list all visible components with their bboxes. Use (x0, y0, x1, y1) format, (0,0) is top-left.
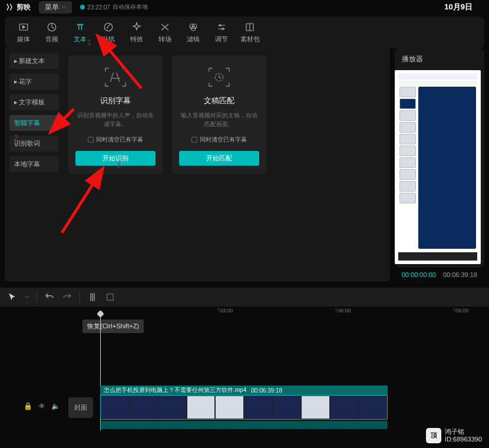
chevron-down-icon[interactable] (25, 295, 29, 299)
card-title: 识别字幕 (100, 95, 131, 106)
clip-header[interactable]: 怎么把手机投屏到电脑上？不需要任何第三方软件.mp4 00:06:39:18 (100, 386, 388, 395)
sidebar-item-lyrics[interactable]: 识别歌词 (9, 136, 59, 151)
sidebar-item-new-text[interactable]: ▸新建文本 (9, 53, 59, 69)
match-script-card: 文稿匹配 输入音视频对应的文稿，自动匹配画面。 同时清空已有字幕 开始匹配 (172, 55, 266, 174)
player-title: 播放器 (395, 48, 484, 70)
ruler-tick: 09:00 (454, 308, 469, 311)
transition-icon (160, 22, 170, 32)
video-clip[interactable] (100, 395, 388, 420)
checkbox-icon (88, 137, 94, 143)
ruler-tick: 03:00 (218, 308, 233, 311)
ruler-tick: 06:00 (336, 308, 351, 311)
separator (37, 292, 37, 302)
tab-audio[interactable]: 音频 (38, 22, 66, 44)
redo-tooltip: 恢复(Ctrl+Shift+Z) (82, 319, 144, 333)
mute-track-icon[interactable]: 🔈 (51, 402, 60, 410)
time-display: 00:00:00:00 00:06:39:18 (395, 268, 484, 282)
tab-effects[interactable]: 特效 (123, 22, 151, 44)
split-button[interactable] (87, 292, 98, 302)
timeline-ruler[interactable]: 03:00 06:00 09:00 (100, 307, 489, 318)
clear-existing-checkbox[interactable]: 同时清空已有字幕 (191, 136, 247, 144)
tab-sticker[interactable]: 贴纸 (94, 22, 123, 44)
player-panel: 播放器 (395, 48, 484, 268)
tab-filter[interactable]: 滤镜 (179, 22, 207, 44)
media-icon (18, 22, 29, 32)
tab-adjust[interactable]: 调节 (207, 22, 236, 44)
sidebar-item-smart-subtitle[interactable]: 智能字幕 (9, 115, 59, 131)
date-label: 10月9日 (444, 2, 473, 12)
filter-icon (188, 22, 199, 32)
total-time: 00:06:39:18 (443, 271, 477, 278)
sticker-icon (103, 22, 114, 32)
sidebar-item-local-subtitle[interactable]: 本地字幕 (9, 156, 59, 172)
sidebar-item-text-template[interactable]: ▸文字模板 (9, 94, 59, 110)
start-recognize-button[interactable]: 开始识别 (75, 151, 156, 166)
video-preview[interactable] (395, 70, 481, 264)
sidebar-item-fancy-text[interactable]: ▸花字 (9, 74, 59, 90)
crop-button[interactable] (105, 292, 115, 302)
autosave-status: 23:22:07 自动保存本地 (80, 3, 148, 11)
adjust-icon (216, 22, 227, 32)
card-title: 文稿匹配 (204, 95, 234, 106)
author-watermark: 頂 鸿子铭 ID:68963390 (426, 428, 482, 443)
selection-tool[interactable] (7, 292, 18, 302)
cover-button[interactable]: 封面 (68, 397, 93, 418)
separator (80, 292, 80, 302)
checkbox-icon (191, 137, 197, 143)
card-desc: 输入音视频对应的文稿，自动匹配画面。 (179, 111, 259, 129)
svg-rect-10 (107, 294, 114, 301)
tab-text[interactable]: 文本 (66, 22, 94, 44)
text-icon (75, 22, 85, 32)
audio-icon (47, 22, 57, 32)
undo-button[interactable] (44, 292, 55, 302)
effects-icon (131, 22, 142, 32)
tab-transition[interactable]: 转场 (151, 22, 179, 44)
match-icon (207, 65, 232, 90)
audio-waveform[interactable] (100, 421, 388, 429)
watermark-icon: 頂 (426, 428, 441, 443)
timeline-area[interactable]: 🔒 👁 🔈 封面 怎么把手机投屏到电脑上？不需要任何第三方软件.mp4 00:0… (0, 383, 489, 448)
card-desc: 识别音视频中的人声，自动生成字幕。 (75, 111, 156, 129)
status-dot-icon (80, 5, 85, 9)
start-match-button[interactable]: 开始匹配 (179, 151, 259, 166)
media-tabs: 媒体 音频 文本 贴纸 特效 转场 滤镜 调节 素材包 (5, 17, 484, 48)
current-time: 00:00:00:00 (402, 271, 436, 278)
package-icon (244, 22, 255, 32)
tab-media[interactable]: 媒体 (9, 22, 38, 44)
chevron-down-icon (61, 5, 66, 9)
menu-button[interactable]: 菜单 (39, 1, 72, 14)
app-logo: 剪映 (5, 2, 31, 12)
tab-package[interactable]: 素材包 (236, 22, 264, 44)
recognize-icon (103, 65, 128, 90)
timeline-toolbar (0, 288, 489, 307)
recognize-subtitle-card: 识别字幕 识别音视频中的人声，自动生成字幕。 同时清空已有字幕 开始识别 (68, 55, 163, 174)
text-sidebar: ▸新建文本 ▸花字 ▸文字模板 智能字幕 识别歌词 本地字幕 (5, 48, 64, 282)
svg-point-2 (104, 23, 113, 31)
clear-existing-checkbox[interactable]: 同时清空已有字幕 (88, 136, 143, 144)
toggle-visibility-icon[interactable]: 👁 (38, 402, 45, 410)
lock-track-icon[interactable]: 🔒 (24, 402, 32, 410)
redo-button[interactable] (62, 292, 72, 302)
